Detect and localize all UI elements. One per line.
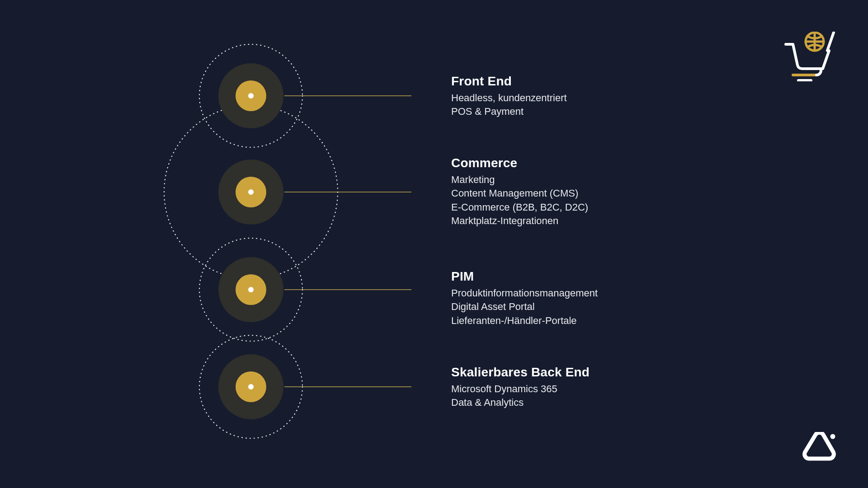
layer-detail: Digital Asset Portal <box>451 300 768 314</box>
cart-globe-icon <box>782 32 836 83</box>
layer-label: Skalierbares Back EndMicrosoft Dynamics … <box>451 365 768 410</box>
layer-title: PIM <box>451 269 768 284</box>
layer-detail: Marketing <box>451 173 768 187</box>
layer-detail: Lieferanten-/Händler-Portale <box>451 314 768 328</box>
layer-detail: E-Commerce (B2B, B2C, D2C) <box>451 201 768 214</box>
layer-title: Front End <box>451 74 768 89</box>
layer-detail: POS & Payment <box>451 105 768 118</box>
layer-label: Front EndHeadless, kundenzentriertPOS & … <box>451 74 768 119</box>
layer-label: CommerceMarketingContent Management (CMS… <box>451 156 768 228</box>
node-center-dot <box>248 93 254 99</box>
layer-detail: Produktinformationsmanagement <box>451 286 768 300</box>
commerce-architecture-diagram: Front EndHeadless, kundenzentriertPOS & … <box>0 0 868 488</box>
node-center-dot <box>248 189 254 195</box>
layer-detail: Microsoft Dynamics 365 <box>451 382 768 396</box>
layer-label: PIMProduktinformationsmanagementDigital … <box>451 269 768 328</box>
node-center-dot <box>248 384 254 389</box>
layer-detail: Data & Analytics <box>451 396 768 409</box>
diagram-canvas <box>0 0 868 488</box>
svg-point-3 <box>830 434 835 439</box>
layer-detail: Content Management (CMS) <box>451 187 768 200</box>
node-center-dot <box>248 287 254 292</box>
layer-detail: Marktplatz-Integrationen <box>451 214 768 228</box>
layer-title: Skalierbares Back End <box>451 365 768 380</box>
triangle-logo-icon <box>800 432 836 465</box>
layer-detail: Headless, kundenzentriert <box>451 91 768 105</box>
layer-title: Commerce <box>451 156 768 170</box>
